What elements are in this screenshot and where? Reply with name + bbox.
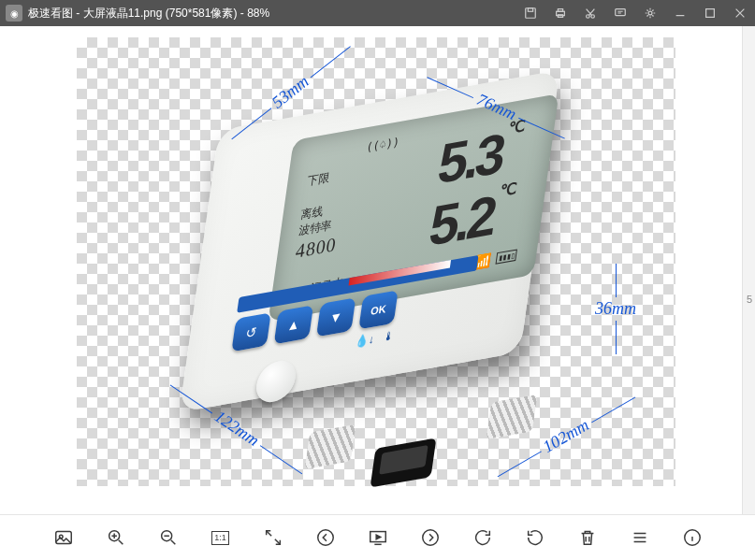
close-button[interactable] [725, 0, 755, 26]
svg-rect-3 [558, 9, 562, 12]
cut-icon[interactable] [575, 0, 605, 26]
app-name: 极速看图 [28, 7, 73, 20]
svg-point-16 [422, 530, 438, 546]
slideshow-icon[interactable] [366, 525, 390, 550]
file-dimensions: (750*581像素) [166, 7, 238, 20]
image-canvas[interactable]: ((♤)) 下限 离线 波特率 4800 记录中 5.3℃ 5.2℃ 🔒 📶 ▮… [0, 26, 755, 514]
settings-icon[interactable] [635, 0, 665, 26]
svg-rect-0 [526, 8, 536, 19]
zoom-level: 88% [247, 7, 269, 20]
dimension-label-36: 36mm [595, 262, 636, 356]
svg-rect-7 [616, 9, 626, 16]
svg-point-14 [317, 530, 333, 546]
next-image-button[interactable] [418, 525, 443, 550]
lcd-label-limit: 下限 [306, 170, 330, 191]
device-button-ok: OK [358, 290, 398, 329]
menu-icon[interactable] [628, 525, 652, 550]
rotate-ccw-icon[interactable] [523, 525, 547, 550]
battery-icon: ▮▮▮▯ [496, 249, 517, 264]
rotate-cw-icon[interactable] [471, 525, 495, 550]
device-button-back: ↺ [231, 312, 270, 352]
svg-rect-1 [528, 8, 532, 12]
window-title: 极速看图 - 大屏液晶11.png (750*581像素) - 88% [28, 6, 515, 22]
previous-image-button[interactable] [313, 525, 338, 550]
actual-size-button[interactable]: 1:1 [209, 525, 233, 550]
svg-rect-9 [706, 9, 715, 18]
device-button-up: ▲ [274, 305, 313, 344]
device-vent-right [486, 395, 538, 439]
window-controls [515, 0, 755, 26]
right-panel-sliver: 5 [742, 26, 755, 514]
zoom-in-icon[interactable] [104, 525, 128, 550]
device-button-down: ▼ [316, 297, 356, 337]
alarm-bell-icon: ((♤)) [365, 135, 400, 154]
legend-temperature-icon: 🌡 [383, 328, 396, 344]
svg-point-8 [648, 11, 652, 15]
file-name: 大屏液晶11.png [83, 7, 163, 20]
bottom-toolbar: 1:1 [0, 514, 755, 560]
maximize-button[interactable] [695, 0, 725, 26]
print-icon[interactable] [545, 0, 575, 26]
comment-icon[interactable] [605, 0, 635, 26]
gallery-icon[interactable] [51, 525, 76, 550]
app-logo-icon: ◉ [6, 5, 22, 22]
save-icon[interactable] [515, 0, 545, 26]
info-icon[interactable] [680, 525, 704, 550]
minimize-button[interactable] [665, 0, 695, 26]
delete-icon[interactable] [575, 525, 600, 550]
fit-screen-icon[interactable] [261, 525, 285, 550]
titlebar: ◉ 极速看图 - 大屏液晶11.png (750*581像素) - 88% [0, 0, 755, 26]
right-panel-mark: 5 [747, 294, 752, 305]
zoom-out-icon[interactable] [156, 525, 181, 550]
